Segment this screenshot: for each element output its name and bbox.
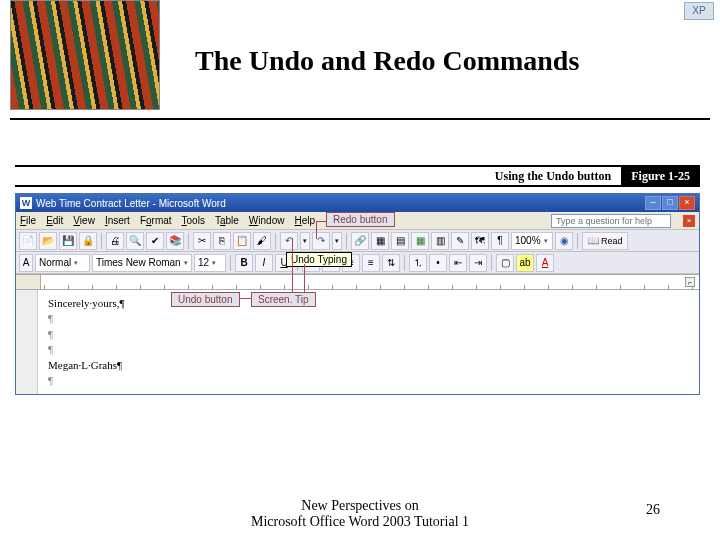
numbering-icon[interactable]: ⒈: [409, 254, 427, 272]
save-icon[interactable]: 💾: [59, 232, 77, 250]
font-color-icon[interactable]: A: [536, 254, 554, 272]
menu-help[interactable]: Help: [294, 215, 315, 226]
zoom-dropdown[interactable]: 100%▾: [511, 232, 553, 250]
formatting-toolbar: A Normal▾ Times New Roman▾ 12▾ B I U ≡ ≡…: [16, 252, 699, 274]
horizontal-ruler[interactable]: ⌐: [16, 274, 699, 290]
header-rule: [10, 118, 710, 120]
styles-pane-icon[interactable]: A: [19, 254, 33, 272]
figure-number: Figure 1-25: [621, 166, 700, 187]
figure-caption-text: Using the Undo button: [495, 169, 621, 184]
decrease-indent-icon[interactable]: ⇤: [449, 254, 467, 272]
menu-file[interactable]: FFileile: [20, 215, 36, 226]
doc-blank-line: ¶: [48, 342, 124, 357]
undo-dropdown-icon[interactable]: ▾: [300, 232, 310, 250]
word-app-icon: W: [20, 197, 32, 209]
undo-button[interactable]: ↶: [280, 232, 298, 250]
menu-insert[interactable]: Insert: [105, 215, 130, 226]
pointer-redo-v: [316, 221, 317, 239]
outside-border-icon[interactable]: ▢: [496, 254, 514, 272]
word-window: W Web Time Contract Letter - Microsoft W…: [15, 193, 700, 395]
show-hide-icon[interactable]: ¶: [491, 232, 509, 250]
help-icon[interactable]: ◉: [555, 232, 573, 250]
header-graphic: [10, 0, 160, 110]
titlebar: W Web Time Contract Letter - Microsoft W…: [16, 194, 699, 212]
doc-line: Megan·L·Grahs¶: [48, 358, 124, 373]
paste-icon[interactable]: 📋: [233, 232, 251, 250]
drawing-icon[interactable]: ✎: [451, 232, 469, 250]
line-spacing-icon[interactable]: ⇅: [382, 254, 400, 272]
format-painter-icon[interactable]: 🖌: [253, 232, 271, 250]
menu-view[interactable]: View: [73, 215, 95, 226]
document-area[interactable]: Sincerely·yours,¶ ¶ ¶ ¶ Megan·L·Grahs¶ ¶: [16, 290, 699, 394]
menu-window[interactable]: Window: [249, 215, 285, 226]
research-icon[interactable]: 📚: [166, 232, 184, 250]
highlight-icon[interactable]: ab: [516, 254, 534, 272]
page-number: 26: [646, 502, 660, 518]
tables-borders-icon[interactable]: ▦: [371, 232, 389, 250]
justify-icon[interactable]: ≡: [362, 254, 380, 272]
doc-blank-line: ¶: [48, 311, 124, 326]
pointer-undo-v: [292, 238, 293, 298]
window-title: Web Time Contract Letter - Microsoft Wor…: [36, 198, 226, 209]
callout-screentip: Screen. Tip: [251, 292, 316, 307]
spelling-icon[interactable]: ✔: [146, 232, 164, 250]
bold-icon[interactable]: B: [235, 254, 253, 272]
help-search-input[interactable]: [551, 214, 671, 228]
read-mode-icon[interactable]: 📖Read: [582, 232, 628, 250]
menu-table[interactable]: Table: [215, 215, 239, 226]
redo-dropdown-icon[interactable]: ▾: [332, 232, 342, 250]
slide-title: The Undo and Redo Commands: [195, 45, 579, 77]
excel-icon[interactable]: ▦: [411, 232, 429, 250]
new-doc-icon[interactable]: 📄: [19, 232, 37, 250]
doc-line: Sincerely·yours,¶: [48, 296, 124, 311]
standard-toolbar: 📄 📂 💾 🔒 🖨 🔍 ✔ 📚 ✂ ⎘ 📋 🖌 ↶ ▾ ↷ ▾ 🔗 ▦ ▤ ▦ …: [16, 230, 699, 252]
maximize-button[interactable]: □: [662, 196, 678, 210]
redo-button[interactable]: ↷: [312, 232, 330, 250]
permission-icon[interactable]: 🔒: [79, 232, 97, 250]
menu-edit[interactable]: Edit: [46, 215, 63, 226]
cut-icon[interactable]: ✂: [193, 232, 211, 250]
hyperlink-icon[interactable]: 🔗: [351, 232, 369, 250]
callout-undo: Undo button: [171, 292, 240, 307]
pointer-redo: [316, 221, 326, 222]
increase-indent-icon[interactable]: ⇥: [469, 254, 487, 272]
footer-line1: New Perspectives on: [0, 498, 720, 514]
menu-format[interactable]: Format: [140, 215, 172, 226]
xp-badge: XP: [684, 2, 714, 20]
copy-icon[interactable]: ⎘: [213, 232, 231, 250]
style-dropdown[interactable]: Normal▾: [35, 254, 90, 272]
italic-icon[interactable]: I: [255, 254, 273, 272]
bullets-icon[interactable]: •: [429, 254, 447, 272]
footer: New Perspectives on Microsoft Office Wor…: [0, 498, 720, 530]
doc-blank-line: ¶: [48, 373, 124, 388]
close-button[interactable]: ×: [679, 196, 695, 210]
footer-line2: Microsoft Office Word 2003 Tutorial 1: [0, 514, 720, 530]
print-icon[interactable]: 🖨: [106, 232, 124, 250]
figure-caption: Using the Undo button Figure 1-25: [15, 165, 700, 187]
selection-gutter: [16, 290, 38, 394]
ruler-tab-selector[interactable]: ⌐: [685, 277, 695, 287]
callout-redo: Redo button: [326, 212, 395, 227]
font-size-dropdown[interactable]: 12▾: [194, 254, 226, 272]
document-body[interactable]: Sincerely·yours,¶ ¶ ¶ ¶ Megan·L·Grahs¶ ¶: [38, 290, 134, 394]
minimize-button[interactable]: –: [645, 196, 661, 210]
doc-blank-line: ¶: [48, 327, 124, 342]
doc-close-button[interactable]: ×: [683, 215, 695, 227]
open-icon[interactable]: 📂: [39, 232, 57, 250]
columns-icon[interactable]: ▥: [431, 232, 449, 250]
doc-map-icon[interactable]: 🗺: [471, 232, 489, 250]
menu-tools[interactable]: Tools: [182, 215, 205, 226]
undo-tooltip: Undo Typing: [286, 252, 352, 267]
insert-table-icon[interactable]: ▤: [391, 232, 409, 250]
print-preview-icon[interactable]: 🔍: [126, 232, 144, 250]
pointer-tip-v: [304, 264, 305, 292]
font-dropdown[interactable]: Times New Roman▾: [92, 254, 192, 272]
